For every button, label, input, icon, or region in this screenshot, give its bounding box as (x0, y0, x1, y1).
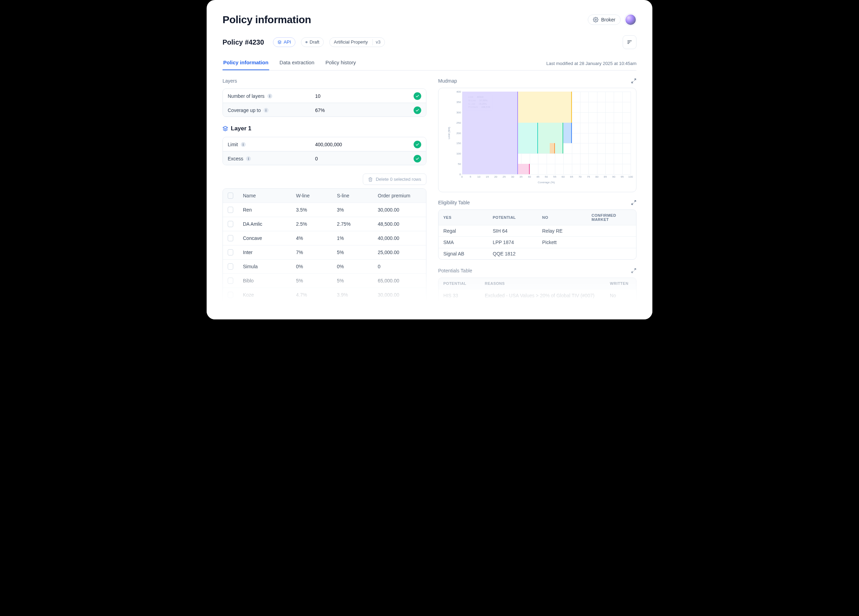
left-column: Layers Number of layersi10Coverage up to… (223, 78, 426, 316)
table-row: Signal ABQQE 1812 (439, 248, 636, 259)
check-icon (414, 141, 421, 148)
check-icon (414, 92, 421, 100)
layers-kv: Number of layersi10Coverage up toi67% (223, 89, 426, 117)
checkbox-all[interactable] (228, 192, 233, 199)
chart-region (518, 123, 538, 154)
svg-line-9 (632, 203, 633, 205)
svg-point-0 (595, 19, 597, 20)
mudmap-label: Mudmap (438, 78, 457, 84)
eligibility-label: Eligibility Table (438, 200, 470, 205)
checkbox[interactable] (228, 221, 233, 227)
eligibility-table: YES POTENTIAL NO CONFIRMED MARKET RegalS… (438, 210, 636, 260)
svg-marker-1 (278, 41, 281, 42)
dot-icon (305, 41, 308, 43)
table-row[interactable]: DA Amlic2.5%2.75%48,500.00 (223, 217, 426, 231)
header: Policy information Broker (223, 14, 636, 26)
expand-mudmap[interactable] (631, 78, 636, 84)
table-row[interactable]: Inter7%5%25,000.00 (223, 245, 426, 259)
chart-region (462, 92, 518, 174)
kv-row: Excessi0 (223, 151, 426, 165)
chip-status[interactable]: Draft (301, 38, 324, 47)
carriers-table: Name W-line S-line Order premium Ren3.5%… (223, 188, 426, 316)
svg-marker-5 (223, 126, 227, 128)
svg-line-6 (634, 79, 636, 81)
right-column: Mudmap Limit ($M) 0501001502002503003504… (438, 78, 636, 315)
page-title: Policy information (223, 14, 311, 26)
info-icon: i (264, 108, 269, 113)
expand-icon (631, 200, 636, 205)
checkbox[interactable] (228, 263, 233, 270)
svg-line-8 (634, 200, 636, 202)
check-icon (414, 155, 421, 163)
table-row[interactable]: Simula0%0%0 (223, 259, 426, 274)
chip-product[interactable]: Artificial Property v3 (329, 38, 385, 47)
checkbox[interactable] (228, 207, 233, 213)
col-op: Order premium (373, 189, 426, 203)
avatar[interactable] (625, 14, 636, 26)
checkbox[interactable] (228, 306, 233, 312)
table-row: HIS 33Excluded - USA Values > 20% of Glo… (439, 289, 636, 302)
col-wline: W-line (291, 189, 332, 203)
table-row[interactable]: Ren3.5%3%30,000.00 (223, 203, 426, 217)
checkbox[interactable] (228, 278, 233, 284)
broker-label: Broker (601, 17, 615, 22)
potentials-label: Potentials Table (438, 268, 472, 274)
svg-line-7 (632, 81, 633, 83)
trash-icon (368, 177, 373, 182)
tab-policy-information[interactable]: Policy information (223, 55, 269, 70)
tabs: Policy informationData extractionPolicy … (223, 55, 636, 70)
chart-region (518, 92, 572, 123)
svg-line-11 (632, 271, 633, 273)
info-icon: i (241, 142, 246, 147)
mudmap-plot: 050100150200250300350400 Limit400x0W-Lin… (462, 92, 631, 175)
expand-icon (631, 268, 636, 274)
check-icon (414, 106, 421, 114)
table-row: RegalSIH 64Relay RE (439, 225, 636, 236)
filter-icon (626, 39, 633, 45)
chip-api[interactable]: API (273, 38, 295, 47)
layer1-kv: Limiti400,000,000Excessi0 (223, 137, 426, 165)
kv-row: Number of layersi10 (223, 89, 426, 103)
chart-xlabel: Coverage (%) (462, 181, 631, 184)
policy-id: Policy #4230 (223, 38, 264, 46)
table-row[interactable]: Concave4%1%40,000.00 (223, 231, 426, 245)
broker-button[interactable]: Broker (588, 14, 621, 25)
table-row: SMALPP 1874Pickett (439, 236, 636, 248)
expand-potentials[interactable] (631, 268, 636, 274)
last-modified: Last modified at 28 January 2025 at 10:4… (546, 61, 636, 70)
checkbox[interactable] (228, 292, 233, 298)
expand-icon (631, 78, 636, 84)
kv-row: Limiti400,000,000 (223, 137, 426, 151)
table-row[interactable]: Koze4.7%3.9%30,000.00 (223, 288, 426, 302)
layers-icon (223, 126, 228, 131)
svg-line-10 (634, 269, 636, 270)
potentials-table: POTENTIAL REASONS WRITTEN HIS 33Excluded… (438, 278, 636, 315)
info-icon: i (267, 94, 272, 98)
section-layers-label: Layers (223, 78, 426, 84)
table-row: AK 1019Priority W/H sublimit / Excess - … (439, 302, 636, 314)
layers-icon (278, 40, 282, 44)
policy-meta: Policy #4230 API Draft Artificial Proper… (223, 35, 636, 49)
col-sline: S-line (332, 189, 373, 203)
tab-policy-history[interactable]: Policy history (325, 55, 357, 70)
checkbox[interactable] (228, 235, 233, 241)
checkbox[interactable] (228, 249, 233, 255)
table-row[interactable]: Biblo5%5%65,000.00 (223, 274, 426, 288)
mudmap-card: Limit ($M) 050100150200250300350400 Limi… (438, 88, 636, 192)
table-row[interactable]: LSB6%2.75%10,000.00 (223, 302, 426, 316)
chart-region (518, 164, 530, 174)
delete-selected-button[interactable]: Delete 0 selected rows (363, 174, 426, 185)
kv-row: Coverage up toi67% (223, 103, 426, 116)
expand-eligibility[interactable] (631, 200, 636, 205)
info-icon: i (246, 156, 251, 161)
chart-region (563, 123, 572, 144)
col-name: Name (238, 189, 291, 203)
app-frame: Policy information Broker Policy #4230 A… (207, 0, 652, 319)
layer-1-header: Layer 1 (223, 125, 426, 132)
tab-data-extraction[interactable]: Data extraction (279, 55, 315, 70)
gear-icon (593, 17, 598, 22)
filter-button[interactable] (623, 35, 636, 49)
